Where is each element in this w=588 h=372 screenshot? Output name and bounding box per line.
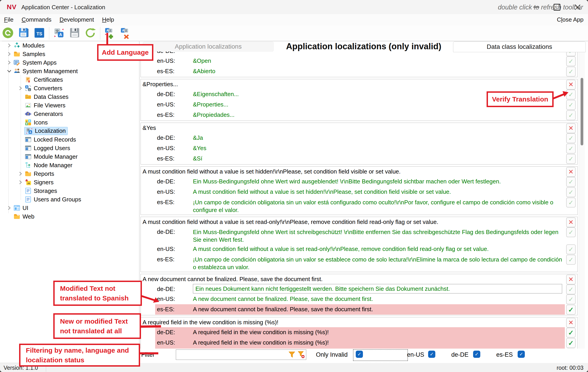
sidebar-item-node-manager[interactable]: Node Manager bbox=[2, 161, 139, 169]
filter-lang-checkbox-de-de[interactable] bbox=[473, 351, 480, 358]
localization-row[interactable]: en-US:&Yes bbox=[141, 143, 578, 153]
localization-row[interactable]: es-ES:¡Un campo de condición obligatoria… bbox=[141, 254, 578, 271]
filter-lang-checkbox-es-es[interactable] bbox=[518, 351, 525, 358]
filter-input[interactable] bbox=[176, 350, 288, 359]
chevron-right-icon[interactable] bbox=[17, 85, 24, 91]
chevron-right-icon[interactable] bbox=[5, 205, 13, 211]
sidebar-item-storages[interactable]: Storages bbox=[2, 186, 139, 195]
sidebar-item-signers[interactable]: JSSigners bbox=[2, 178, 139, 186]
remove-language-button[interactable]: A文 bbox=[120, 27, 132, 39]
application-window: NV Application Center - Localization Fil… bbox=[0, 0, 588, 372]
sidebar-item-icons[interactable]: Icons bbox=[2, 118, 139, 127]
translate-icon: 文A bbox=[53, 27, 65, 40]
menu-item-development[interactable]: Development bbox=[55, 14, 98, 23]
sidebar-item-converters[interactable]: A文Converters bbox=[2, 84, 139, 92]
vertical-scrollbar[interactable] bbox=[579, 52, 585, 349]
menu-item-file[interactable]: File bbox=[0, 14, 18, 23]
localization-row[interactable]: es-ES:¡Un campo de condición obligatoria… bbox=[141, 197, 578, 214]
localization-row[interactable]: en-US:A required field in the view condi… bbox=[141, 338, 578, 348]
chevron-right-icon[interactable] bbox=[5, 59, 13, 66]
verify-check-button[interactable] bbox=[566, 305, 576, 315]
scrollbar-thumb[interactable] bbox=[581, 78, 583, 145]
sidebar-item-label: Localization bbox=[35, 127, 66, 134]
invalid-x-button[interactable] bbox=[566, 123, 576, 133]
verify-check-button[interactable] bbox=[566, 154, 576, 164]
localization-row[interactable]: es-ES:&Propiedades... bbox=[141, 110, 578, 120]
reload-button[interactable] bbox=[84, 27, 96, 39]
verify-check-button[interactable] bbox=[566, 187, 576, 197]
localization-row[interactable]: es-ES:&Abierto bbox=[141, 66, 578, 77]
verify-check-button[interactable] bbox=[566, 67, 576, 77]
localization-row[interactable]: de-DE:A required field in the view condi… bbox=[141, 327, 578, 338]
clear-filter-button[interactable] bbox=[297, 350, 305, 359]
sidebar-item-data-classes[interactable]: ClassData Classes bbox=[2, 92, 139, 101]
menu-item-close-app[interactable]: Close App bbox=[557, 16, 584, 23]
tab-data-class-localizations[interactable]: Data class localizations bbox=[453, 41, 586, 52]
localization-row[interactable]: es-ES:A new document cannot be finalized… bbox=[141, 304, 578, 315]
chevron-right-icon[interactable] bbox=[5, 51, 13, 57]
verify-check-button[interactable] bbox=[566, 177, 576, 187]
language-label: en-US: bbox=[157, 143, 193, 153]
invalid-x-button[interactable] bbox=[566, 80, 576, 89]
sidebar-item-users-and-groups[interactable]: Users and Groups bbox=[2, 195, 139, 204]
verify-check-button[interactable] bbox=[566, 52, 576, 56]
sidebar-item-logged-users[interactable]: Logged Users bbox=[2, 144, 139, 152]
filter-lang-checkbox-en-us[interactable] bbox=[428, 351, 435, 358]
localization-row[interactable]: en-US:A must condition field without a v… bbox=[141, 187, 578, 197]
verify-check-button[interactable] bbox=[566, 255, 576, 265]
localization-row[interactable]: de-DE:Ein Muss-Bedingungsfeld ohne Wert … bbox=[141, 176, 578, 187]
localization-row[interactable]: en-US:A must condition field without a v… bbox=[141, 244, 578, 254]
menu-item-help[interactable]: Help bbox=[98, 14, 118, 23]
verify-check-button[interactable] bbox=[566, 133, 576, 143]
localization-value-editbox[interactable]: Ein neues Dokument kann nicht fertiggest… bbox=[193, 284, 562, 294]
chevron-right-icon[interactable] bbox=[5, 42, 13, 49]
apply-filter-button[interactable] bbox=[288, 350, 296, 359]
verify-check-button[interactable] bbox=[566, 56, 576, 66]
localization-row[interactable]: de-DE:Ein Muss-Bedingungsfeld ohne Wert … bbox=[141, 227, 578, 244]
invalid-x-button[interactable] bbox=[566, 167, 576, 177]
localization-row[interactable]: en-US:&Open bbox=[141, 56, 578, 66]
invalid-x-button[interactable] bbox=[566, 318, 576, 328]
verify-check-button[interactable] bbox=[566, 100, 576, 110]
verify-check-button[interactable] bbox=[566, 284, 576, 294]
language-label: es-ES: bbox=[157, 197, 193, 207]
translate-button[interactable]: 文A bbox=[53, 27, 65, 39]
verify-check-button[interactable] bbox=[566, 197, 576, 208]
sidebar-item-file-viewers[interactable]: File Viewers bbox=[2, 101, 139, 109]
localization-value: Ein Muss-Bedingungsfeld ohne Wert wird a… bbox=[193, 176, 563, 187]
verify-check-button[interactable] bbox=[566, 227, 576, 237]
sidebar-item-web[interactable]: Web bbox=[2, 212, 139, 221]
verify-check-button[interactable] bbox=[566, 143, 576, 153]
add-language-button[interactable]: A文 bbox=[104, 27, 116, 39]
chevron-down-icon[interactable] bbox=[5, 68, 13, 74]
verify-check-button[interactable] bbox=[566, 89, 576, 99]
verify-check-button[interactable] bbox=[566, 328, 576, 338]
invalid-x-button[interactable] bbox=[566, 274, 576, 284]
sidebar-item-locked-records[interactable]: Locked Records bbox=[2, 135, 139, 144]
save-button[interactable] bbox=[18, 27, 30, 39]
verify-check-button[interactable] bbox=[566, 244, 576, 254]
sidebar-item-localization[interactable]: 文ALocalization bbox=[2, 127, 139, 135]
chevron-right-icon[interactable] bbox=[17, 179, 24, 186]
localization-row[interactable]: en-US:A new document cannot be finalized… bbox=[141, 294, 578, 304]
sidebar-item-certificates[interactable]: Certificates bbox=[2, 75, 139, 84]
sidebar-item-reports[interactable]: Reports bbox=[2, 169, 139, 178]
sidebar-item-ui[interactable]: UI bbox=[2, 204, 139, 212]
chevron-right-icon[interactable] bbox=[17, 171, 24, 177]
tab-application-localizations[interactable]: Application localizations bbox=[143, 42, 274, 52]
tab-application-localizations-only-invalid[interactable]: Application localizations (only invalid) bbox=[277, 41, 451, 52]
sidebar-item-system-management[interactable]: System Management bbox=[2, 67, 139, 75]
localization-row[interactable]: de-DE:&Ja bbox=[141, 133, 578, 143]
invalid-x-button[interactable] bbox=[566, 217, 576, 227]
save-secondary-button[interactable] bbox=[69, 27, 81, 39]
refresh-button[interactable] bbox=[2, 27, 14, 39]
localization-row[interactable]: es-ES:&Sí bbox=[141, 153, 578, 164]
localization-row[interactable]: de-DE:Ein neues Dokument kann nicht fert… bbox=[141, 284, 578, 294]
typescript-button[interactable]: TS bbox=[33, 27, 45, 39]
sidebar-item-module-manager[interactable]: Module Manager bbox=[2, 152, 139, 161]
sidebar-item-generators[interactable]: Generators bbox=[2, 109, 139, 118]
menu-item-commands[interactable]: Commands bbox=[18, 14, 55, 23]
verify-check-button[interactable] bbox=[566, 110, 576, 120]
verify-check-button[interactable] bbox=[566, 294, 576, 304]
verify-check-button[interactable] bbox=[566, 338, 576, 348]
